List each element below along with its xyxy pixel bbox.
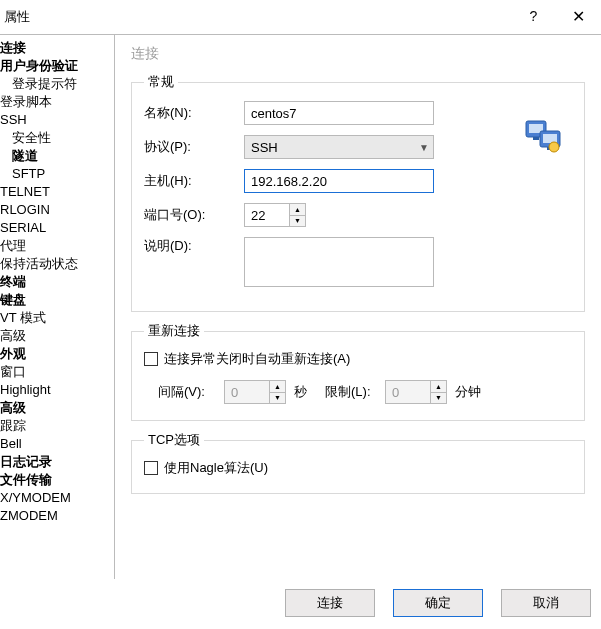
tree-item-22[interactable]: Bell <box>0 435 114 453</box>
window-controls: ? ✕ <box>511 0 601 32</box>
tree-item-16[interactable]: 高级 <box>0 327 114 345</box>
desc-textarea[interactable] <box>244 237 434 287</box>
spinner-down-icon[interactable]: ▼ <box>290 216 305 227</box>
nagle-label: 使用Nagle算法(U) <box>164 459 268 477</box>
host-input[interactable] <box>244 169 434 193</box>
tree-item-4[interactable]: SSH <box>0 111 114 129</box>
tree-item-14[interactable]: 键盘 <box>0 291 114 309</box>
connection-icon <box>524 117 564 157</box>
port-value[interactable] <box>245 204 289 226</box>
spinner-up-icon[interactable]: ▲ <box>290 204 305 216</box>
panel-heading: 连接 <box>131 45 585 63</box>
tcp-legend: TCP选项 <box>144 431 204 449</box>
help-button[interactable]: ? <box>511 0 556 32</box>
dialog-buttons: 连接 确定 取消 <box>0 579 601 627</box>
spinner-down-icon[interactable]: ▼ <box>431 393 446 404</box>
spinner-up-icon[interactable]: ▲ <box>270 381 285 393</box>
limit-label: 限制(L): <box>325 383 385 401</box>
tree-item-8[interactable]: TELNET <box>0 183 114 201</box>
limit-value[interactable] <box>386 381 430 403</box>
protocol-value: SSH <box>251 140 278 155</box>
limit-unit: 分钟 <box>455 383 481 401</box>
protocol-label: 协议(P): <box>144 138 244 156</box>
tree-item-0[interactable]: 连接 <box>0 39 114 57</box>
tree-item-18[interactable]: 窗口 <box>0 363 114 381</box>
reconnect-legend: 重新连接 <box>144 322 204 340</box>
tree-item-10[interactable]: SERIAL <box>0 219 114 237</box>
interval-unit: 秒 <box>294 383 307 401</box>
window-title: 属性 <box>4 8 30 26</box>
svg-rect-2 <box>533 137 539 140</box>
tree-item-26[interactable]: ZMODEM <box>0 507 114 525</box>
category-tree[interactable]: 连接用户身份验证登录提示符登录脚本SSH安全性隧道SFTPTELNETRLOGI… <box>0 35 115 579</box>
general-legend: 常规 <box>144 73 178 91</box>
tree-item-23[interactable]: 日志记录 <box>0 453 114 471</box>
tree-item-15[interactable]: VT 模式 <box>0 309 114 327</box>
tree-item-7[interactable]: SFTP <box>0 165 114 183</box>
reconnect-group: 重新连接 连接异常关闭时自动重新连接(A) 间隔(V): ▲ ▼ 秒 限制(L)… <box>131 322 585 421</box>
port-spinner[interactable]: ▲ ▼ <box>244 203 306 227</box>
interval-value[interactable] <box>225 381 269 403</box>
name-input[interactable] <box>244 101 434 125</box>
tree-item-6[interactable]: 隧道 <box>0 147 114 165</box>
host-label: 主机(H): <box>144 172 244 190</box>
tree-item-12[interactable]: 保持活动状态 <box>0 255 114 273</box>
tree-item-3[interactable]: 登录脚本 <box>0 93 114 111</box>
tree-item-17[interactable]: 外观 <box>0 345 114 363</box>
chevron-down-icon: ▼ <box>419 142 429 153</box>
nagle-checkbox[interactable] <box>144 461 158 475</box>
spinner-up-icon[interactable]: ▲ <box>431 381 446 393</box>
tree-item-20[interactable]: 高级 <box>0 399 114 417</box>
tcp-group: TCP选项 使用Nagle算法(U) <box>131 431 585 494</box>
general-group: 常规 名称(N): 协议(P) <box>131 73 585 312</box>
limit-spinner[interactable]: ▲ ▼ <box>385 380 447 404</box>
tree-item-21[interactable]: 跟踪 <box>0 417 114 435</box>
interval-label: 间隔(V): <box>144 383 224 401</box>
interval-spinner[interactable]: ▲ ▼ <box>224 380 286 404</box>
auto-reconnect-label: 连接异常关闭时自动重新连接(A) <box>164 350 350 368</box>
tree-item-2[interactable]: 登录提示符 <box>0 75 114 93</box>
titlebar: 属性 ? ✕ <box>0 0 601 34</box>
spinner-down-icon[interactable]: ▼ <box>270 393 285 404</box>
tree-item-1[interactable]: 用户身份验证 <box>0 57 114 75</box>
desc-label: 说明(D): <box>144 237 244 255</box>
svg-point-6 <box>549 142 559 152</box>
tree-item-19[interactable]: Highlight <box>0 381 114 399</box>
tree-item-13[interactable]: 终端 <box>0 273 114 291</box>
close-button[interactable]: ✕ <box>556 0 601 32</box>
tree-item-24[interactable]: 文件传输 <box>0 471 114 489</box>
tree-item-9[interactable]: RLOGIN <box>0 201 114 219</box>
tree-item-25[interactable]: X/YMODEM <box>0 489 114 507</box>
ok-button[interactable]: 确定 <box>393 589 483 617</box>
connect-button[interactable]: 连接 <box>285 589 375 617</box>
auto-reconnect-checkbox[interactable] <box>144 352 158 366</box>
protocol-select[interactable]: SSH ▼ <box>244 135 434 159</box>
tree-item-11[interactable]: 代理 <box>0 237 114 255</box>
body: 连接用户身份验证登录提示符登录脚本SSH安全性隧道SFTPTELNETRLOGI… <box>0 34 601 579</box>
cancel-button[interactable]: 取消 <box>501 589 591 617</box>
port-label: 端口号(O): <box>144 206 244 224</box>
tree-item-5[interactable]: 安全性 <box>0 129 114 147</box>
main-panel: 连接 常规 名称(N): <box>115 35 601 579</box>
name-label: 名称(N): <box>144 104 244 122</box>
